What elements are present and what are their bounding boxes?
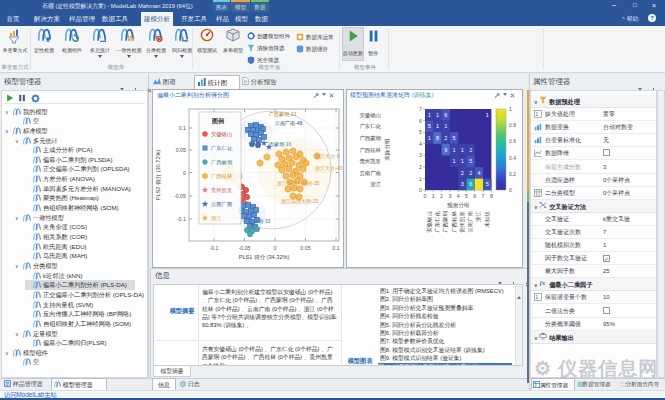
svg-text:浙江天台-9: 浙江天台-9 [315,153,340,160]
svg-text:1: 1 [509,106,512,112]
svg-text:广西蒙垌: 广西蒙垌 [442,211,449,233]
svg-text:0.05: 0.05 [176,147,186,153]
svg-text:1: 1 [428,135,431,141]
svg-text:-0.05: -0.05 [238,245,250,251]
svg-text:1: 1 [432,193,435,199]
svg-text:PLS2 得分 (30.72%): PLS2 得分 (30.72%) [155,150,162,201]
svg-text:贵州凯里: 贵州凯里 [459,211,466,233]
svg-text:3: 3 [448,193,451,199]
svg-text:0: 0 [419,187,422,193]
svg-text:8: 8 [436,135,439,141]
svg-text:6: 6 [419,118,422,124]
svg-text:PLS1 得分 (34.32%): PLS1 得分 (34.32%) [239,254,290,261]
svg-text:5: 5 [453,135,456,141]
svg-text:2: 2 [469,170,472,176]
svg-text:广西蒙垌-13: 广西蒙垌-13 [269,111,296,118]
svg-text:2: 2 [469,147,472,153]
svg-text:广西桂林: 广西桂林 [451,211,458,233]
svg-text:1: 1 [486,112,489,118]
svg-text:5: 5 [465,193,468,199]
svg-text:浙江乐清大荆镇-35: 浙江乐清大荆镇-35 [277,180,319,187]
svg-text:-0.1: -0.1 [177,216,186,222]
svg-text:0.1: 0.1 [179,125,186,131]
svg-text:5: 5 [469,158,472,164]
svg-text:6: 6 [469,181,472,187]
svg-text:1: 1 [536,295,539,300]
svg-text:预测分组: 预测分组 [447,202,470,209]
svg-text:贵州凯里: 贵州凯里 [359,158,381,165]
svg-text:4: 4 [419,141,422,147]
svg-text:实际分组: 实际分组 [384,138,391,161]
svg-text:浙江乐清大荆-25: 浙江乐清大荆-25 [281,198,318,205]
svg-text:0.05: 0.05 [300,245,310,251]
svg-text:浙江: 浙江 [370,181,381,187]
svg-text:0.2: 0.2 [509,171,516,177]
svg-text:广西蒙垌: 广西蒙垌 [359,135,381,142]
svg-text:0.6: 0.6 [509,138,516,144]
svg-text:9: 9 [444,147,447,153]
svg-text:0.1: 0.1 [332,245,339,251]
svg-text:2: 2 [419,164,422,170]
svg-text:云南广南: 云南广南 [359,170,381,176]
svg-text:0.8: 0.8 [509,122,516,128]
svg-text:图例: 图例 [212,117,224,125]
svg-text:5: 5 [419,129,422,135]
svg-text:3: 3 [419,152,422,158]
svg-text:1: 1 [436,123,439,129]
svg-text:贵州凯里: 贵州凯里 [211,187,232,194]
svg-text:云南广南: 云南广南 [467,211,473,233]
svg-text:1: 1 [536,112,539,117]
svg-text:广西蒙垌-33: 广西蒙垌-33 [243,218,270,225]
svg-text:广西桂林: 广西桂林 [359,147,381,154]
svg-text:广东仁化: 广东仁化 [434,211,441,233]
svg-text:7: 7 [482,193,485,199]
svg-text:浙江: 浙江 [475,211,481,222]
svg-text:0: 0 [274,245,277,251]
svg-text:未知组: 未知组 [484,211,490,228]
svg-text:-0.05: -0.05 [174,193,186,199]
svg-text:1: 1 [461,158,464,164]
svg-text:2: 2 [440,193,443,199]
svg-text:广西蒙垌-16: 广西蒙垌-16 [264,141,291,148]
svg-text:1: 1 [453,158,456,164]
svg-text:广东仁化: 广东仁化 [210,145,233,152]
svg-text:5: 5 [486,181,489,187]
svg-text:6: 6 [473,193,476,199]
svg-text:-0.1: -0.1 [209,245,218,251]
svg-text:1: 1 [461,147,464,153]
svg-text:云南广南: 云南广南 [211,201,233,207]
svg-text:安徽砀山: 安徽砀山 [359,112,381,119]
svg-text:0: 0 [509,187,512,193]
svg-text:8: 8 [490,193,493,199]
svg-text:6: 6 [444,112,447,118]
svg-text:安徽砀山: 安徽砀山 [426,211,433,233]
svg-text:浙江: 浙江 [211,215,222,221]
svg-text:2: 2 [444,135,447,141]
svg-text:4: 4 [457,193,460,199]
svg-text:广西蒙垌: 广西蒙垌 [210,159,232,166]
svg-text:1: 1 [453,147,456,153]
svg-text:广西桂林: 广西桂林 [210,173,233,180]
svg-text:1: 1 [444,123,447,129]
svg-text:2: 2 [461,170,464,176]
svg-text:fx: fx [540,279,546,286]
svg-text:0: 0 [424,193,427,199]
svg-text:安徽砀山: 安徽砀山 [211,131,232,138]
svg-text:7: 7 [419,106,422,112]
svg-text:1: 1 [436,112,439,118]
svg-text:浙江天台-43: 浙江天台-43 [315,165,342,172]
svg-text:5: 5 [428,123,431,129]
svg-text:云南广南-48: 云南广南-48 [275,120,302,126]
svg-text:1: 1 [419,176,422,182]
svg-text:4: 4 [477,170,480,176]
svg-text:广东仁化: 广东仁化 [359,123,381,130]
svg-text:1: 1 [428,112,431,118]
svg-text:0.4: 0.4 [509,155,516,161]
svg-text:0: 0 [183,170,186,176]
svg-text:3: 3 [461,181,464,187]
